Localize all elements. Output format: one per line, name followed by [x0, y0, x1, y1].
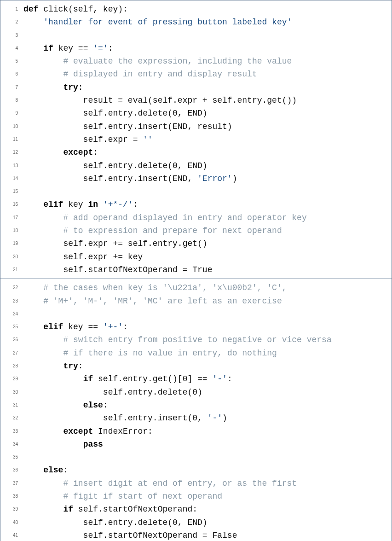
code-body: def click(self, key): 'handler for event…	[0, 0, 392, 279]
comment: # figit if start of next operand	[63, 492, 222, 501]
string-literal: '+-'	[103, 322, 123, 332]
line-number-gutter: 22 23 24 25 26 27 28 29 30 31 32 33 34 3…	[0, 279, 21, 541]
comment: # insert digit at end of entry, or as th…	[63, 479, 297, 488]
comment: # 'M+', 'M-', 'MR', 'MC' are left as an …	[43, 297, 282, 306]
comment: # switch entry from positive to negative…	[63, 335, 331, 344]
string-literal: '='	[93, 44, 108, 53]
code-body: # the cases when key is '\u221a', 'x\u00…	[0, 279, 392, 541]
keyword: pass	[83, 440, 103, 449]
keyword: except	[63, 148, 93, 157]
string-literal: 'handler for event of pressing button la…	[43, 17, 292, 27]
keyword: elif	[43, 322, 63, 332]
comment: # if there is no value in entry, do noth…	[63, 349, 277, 358]
code-block: 22 23 24 25 26 27 28 29 30 31 32 33 34 3…	[0, 279, 392, 541]
comment: # add operand displayed in entry and ope…	[63, 213, 306, 222]
keyword: def	[23, 5, 38, 14]
keyword: elif	[43, 200, 63, 209]
keyword: else	[43, 465, 63, 475]
comment: # the cases when key is '\u221a', 'x\u00…	[43, 283, 287, 292]
string-literal: ''	[143, 135, 153, 144]
comment: # displayed in entry and display result	[63, 70, 257, 79]
code-listing: 1 2 3 4 5 6 7 8 9 10 11 12 13 14 15 16 1…	[0, 0, 392, 541]
code-block: 1 2 3 4 5 6 7 8 9 10 11 12 13 14 15 16 1…	[0, 0, 392, 279]
line-number-gutter: 1 2 3 4 5 6 7 8 9 10 11 12 13 14 15 16 1…	[0, 0, 21, 279]
keyword: if	[63, 505, 73, 514]
string-literal: '-'	[208, 413, 222, 423]
string-literal: '+*-/'	[103, 200, 133, 209]
comment: # to expression and prepare for next ope…	[63, 226, 282, 235]
string-literal: '-'	[212, 374, 227, 384]
keyword: try	[63, 83, 78, 92]
keyword: try	[63, 361, 78, 371]
comment: # evaluate the expression, including the…	[63, 57, 292, 66]
string-literal: 'Error'	[197, 174, 232, 183]
keyword: in	[88, 200, 98, 209]
keyword: if	[43, 44, 53, 53]
keyword: else	[83, 401, 103, 410]
keyword: if	[83, 374, 93, 384]
keyword: except	[63, 427, 93, 436]
